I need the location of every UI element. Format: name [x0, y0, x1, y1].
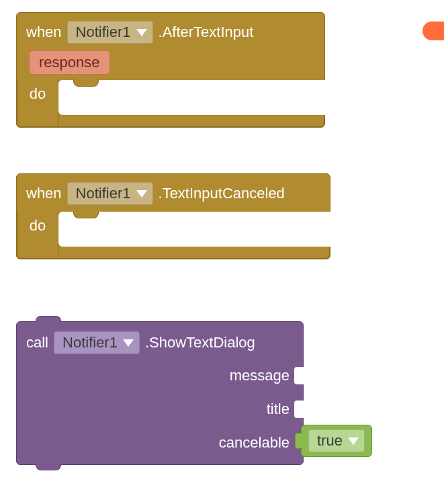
- chevron-down-icon: [123, 339, 134, 347]
- keyword-call: call: [26, 334, 48, 351]
- keyword-when: when: [26, 185, 62, 202]
- boolean-dropdown[interactable]: true: [308, 429, 365, 452]
- arg-label: title: [267, 401, 290, 418]
- arg-title: title: [267, 396, 303, 423]
- event-params: response: [29, 50, 315, 75]
- call-block-show-text-dialog[interactable]: call Notifier1 .ShowTextDialog message t…: [16, 321, 304, 465]
- event-head: when Notifier1 .TextInputCanceled: [26, 181, 320, 206]
- component-name: Notifier1: [76, 185, 131, 202]
- arg-label: message: [230, 367, 290, 384]
- component-dropdown[interactable]: Notifier1: [67, 21, 153, 44]
- call-head: call Notifier1 .ShowTextDialog: [26, 330, 303, 355]
- event-block-text-input-canceled[interactable]: when Notifier1 .TextInputCanceled do: [16, 173, 330, 259]
- event-block-header: when Notifier1 .TextInputCanceled do: [16, 173, 330, 259]
- arg-message: message: [230, 362, 303, 389]
- arg-cancelable: cancelable: [219, 429, 303, 456]
- side-tab[interactable]: [423, 22, 444, 40]
- do-slot[interactable]: [58, 80, 326, 115]
- event-block-header: when Notifier1 .AfterTextInput response …: [16, 12, 325, 128]
- method-name: .ShowTextDialog: [145, 334, 255, 351]
- event-name: .TextInputCanceled: [159, 185, 285, 202]
- component-name: Notifier1: [62, 334, 118, 351]
- value-block-true[interactable]: true: [301, 425, 372, 457]
- do-label: do: [17, 212, 58, 259]
- block-foot: [17, 247, 330, 259]
- block-foot: [17, 115, 324, 127]
- input-socket[interactable]: [294, 367, 304, 384]
- param-response[interactable]: response: [29, 50, 110, 75]
- event-block-after-text-input[interactable]: when Notifier1 .AfterTextInput response …: [16, 12, 325, 128]
- arg-label: cancelable: [219, 434, 290, 452]
- chevron-down-icon: [348, 437, 359, 445]
- component-dropdown[interactable]: Notifier1: [54, 331, 140, 354]
- chevron-down-icon: [136, 29, 147, 36]
- do-label: do: [17, 80, 58, 127]
- keyword-when: when: [26, 24, 62, 41]
- boolean-value: true: [317, 432, 343, 450]
- call-args: message title cancelable: [26, 362, 303, 456]
- input-socket[interactable]: [294, 401, 304, 418]
- event-name: .AfterTextInput: [159, 24, 254, 41]
- component-name: Notifier1: [76, 24, 131, 41]
- do-slot[interactable]: [58, 212, 331, 247]
- component-dropdown[interactable]: Notifier1: [67, 182, 153, 205]
- chevron-down-icon: [136, 190, 147, 198]
- event-head: when Notifier1 .AfterTextInput: [26, 19, 315, 45]
